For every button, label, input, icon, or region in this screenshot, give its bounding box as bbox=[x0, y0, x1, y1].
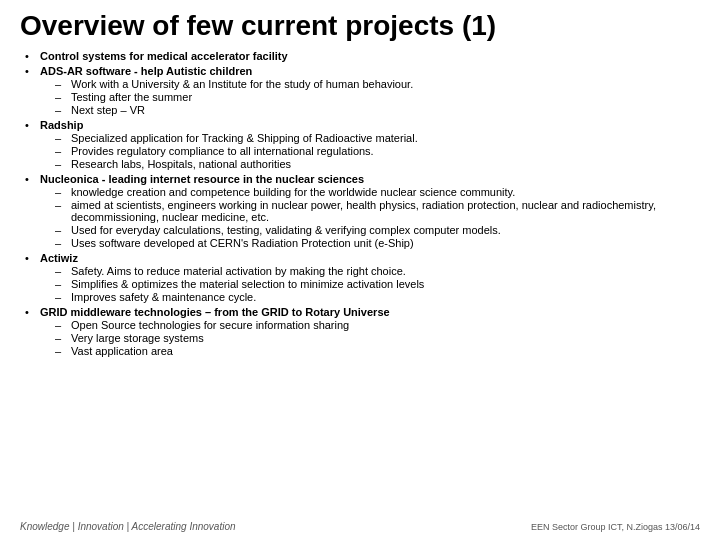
sub-list-item: knowledge creation and competence buildi… bbox=[55, 186, 700, 198]
sub-list-item: aimed at scientists, engineers working i… bbox=[55, 199, 700, 223]
list-item: Control systems for medical accelerator … bbox=[25, 50, 700, 62]
list-item-label: Radship bbox=[40, 119, 83, 131]
list-item: ActiwizSafety. Aims to reduce material a… bbox=[25, 252, 700, 303]
sub-list-item: Vast application area bbox=[55, 345, 700, 357]
list-item-label: Actiwiz bbox=[40, 252, 78, 264]
main-list: Control systems for medical accelerator … bbox=[25, 50, 700, 357]
sub-list-item: Uses software developed at CERN's Radiat… bbox=[55, 237, 700, 249]
sub-list-item: Improves safety & maintenance cycle. bbox=[55, 291, 700, 303]
sub-list-item: Provides regulatory compliance to all in… bbox=[55, 145, 700, 157]
sub-list-item: Safety. Aims to reduce material activati… bbox=[55, 265, 700, 277]
sub-list-item: Simplifies & optimizes the material sele… bbox=[55, 278, 700, 290]
sub-list-item: Research labs, Hospitals, national autho… bbox=[55, 158, 700, 170]
footer-right: EEN Sector Group ICT, N.Ziogas 13/06/14 bbox=[531, 522, 700, 532]
sub-list: knowledge creation and competence buildi… bbox=[40, 186, 700, 249]
footer: Knowledge | Innovation | Accelerating In… bbox=[20, 521, 700, 532]
sub-list-item: Next step – VR bbox=[55, 104, 700, 116]
sub-list-item: Open Source technologies for secure info… bbox=[55, 319, 700, 331]
list-item: RadshipSpecialized application for Track… bbox=[25, 119, 700, 170]
slide-title: Overview of few current projects (1) bbox=[20, 10, 700, 42]
slide-container: Overview of few current projects (1) Con… bbox=[0, 0, 720, 540]
sub-list: Open Source technologies for secure info… bbox=[40, 319, 700, 357]
sub-list-item: Testing after the summer bbox=[55, 91, 700, 103]
list-item-label: Control systems for medical accelerator … bbox=[40, 50, 288, 62]
sub-list-item: Specialized application for Tracking & S… bbox=[55, 132, 700, 144]
list-item: Nucleonica - leading internet resource i… bbox=[25, 173, 700, 249]
sub-list-item: Work with a University & an Institute fo… bbox=[55, 78, 700, 90]
sub-list: Specialized application for Tracking & S… bbox=[40, 132, 700, 170]
list-item-label: GRID middleware technologies – from the … bbox=[40, 306, 390, 318]
footer-left: Knowledge | Innovation | Accelerating In… bbox=[20, 521, 236, 532]
sub-list-item: Very large storage systems bbox=[55, 332, 700, 344]
sub-list-item: Used for everyday calculations, testing,… bbox=[55, 224, 700, 236]
list-item: GRID middleware technologies – from the … bbox=[25, 306, 700, 357]
content-area: Control systems for medical accelerator … bbox=[20, 50, 700, 357]
list-item-label: Nucleonica - leading internet resource i… bbox=[40, 173, 364, 185]
list-item-label: ADS-AR software - help Autistic children bbox=[40, 65, 252, 77]
list-item: ADS-AR software - help Autistic children… bbox=[25, 65, 700, 116]
sub-list: Safety. Aims to reduce material activati… bbox=[40, 265, 700, 303]
sub-list: Work with a University & an Institute fo… bbox=[40, 78, 700, 116]
